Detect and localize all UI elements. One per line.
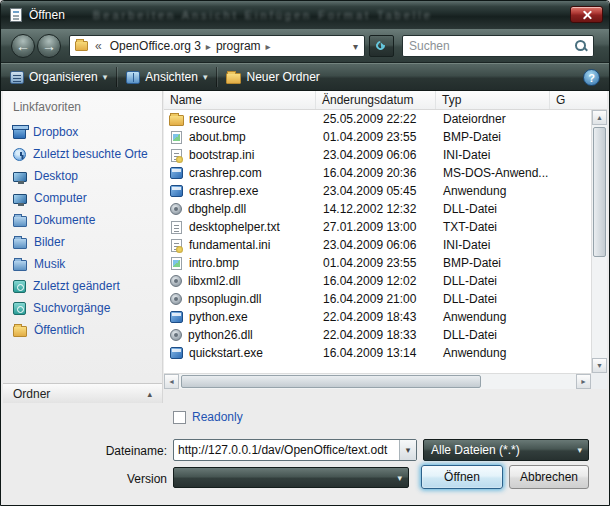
scroll-up-button[interactable]: ▲ <box>592 110 607 125</box>
table-row[interactable]: python26.dll 22.04.2009 18:33 DLL-Datei <box>164 326 591 344</box>
sidebar-item[interactable]: Zuletzt besuchte Orte <box>3 143 162 165</box>
table-row[interactable]: python.exe 22.04.2009 18:43 Anwendung <box>164 308 591 326</box>
back-button[interactable]: ← <box>11 34 35 58</box>
refresh-icon <box>374 39 387 52</box>
sidebar-item-icon <box>13 216 27 227</box>
search-input[interactable] <box>403 39 573 53</box>
organize-icon <box>10 71 24 84</box>
table-row[interactable]: npsoplugin.dll 16.04.2009 21:00 DLL-Date… <box>164 290 591 308</box>
close-icon <box>582 10 591 19</box>
sidebar-item-icon <box>13 172 27 182</box>
new-folder-button[interactable]: Neuer Ordner <box>217 64 328 90</box>
table-row[interactable]: fundamental.ini 23.04.2009 06:06 INI-Dat… <box>164 236 591 254</box>
version-combobox[interactable]: ▾ <box>173 467 409 488</box>
refresh-button[interactable] <box>369 35 394 57</box>
breadcrumb-dropdown-button[interactable]: ▾ <box>347 41 364 52</box>
filename-input[interactable] <box>174 440 399 460</box>
sidebar-item[interactable]: Desktop <box>3 165 162 187</box>
sidebar-item-label: Dropbox <box>33 125 78 139</box>
file-name-cell: npsoplugin.dll <box>164 292 316 306</box>
column-header[interactable]: Typ <box>436 91 550 109</box>
table-row[interactable]: quickstart.exe 16.04.2009 13:14 Anwendun… <box>164 344 591 362</box>
sidebar-item[interactable]: Zuletzt geändert <box>3 275 162 297</box>
version-label: Version <box>1 472 167 486</box>
sidebar-item[interactable]: Bilder <box>3 231 162 253</box>
chevron-down-icon: ▾ <box>103 72 108 82</box>
sidebar-item[interactable]: Öffentlich <box>3 319 162 341</box>
file-kind: DLL-Datei <box>436 274 550 288</box>
table-row[interactable]: crashrep.exe 23.04.2009 05:45 Anwendung <box>164 182 591 200</box>
table-row[interactable]: crashrep.com 16.04.2009 20:36 MS-DOS-Anw… <box>164 164 591 182</box>
column-header[interactable]: G <box>550 91 607 109</box>
column-header-label: G <box>556 93 565 107</box>
views-button[interactable]: Ansichten ▾ <box>117 64 216 90</box>
file-type-icon <box>171 131 182 144</box>
file-name: npsoplugin.dll <box>188 292 261 306</box>
sidebar-items: Dropbox Zuletzt besuchte Orte Desktop Co… <box>3 121 162 341</box>
organize-button[interactable]: Organisieren ▾ <box>1 64 116 90</box>
sidebar-item-icon <box>13 326 27 337</box>
cancel-button[interactable]: Abbrechen <box>509 465 589 489</box>
sidebar-item[interactable]: Dokumente <box>3 209 162 231</box>
readonly-label[interactable]: Readonly <box>192 410 243 424</box>
help-button[interactable]: ? <box>583 69 600 86</box>
sidebar-item[interactable]: Musik <box>3 253 162 275</box>
file-type-icon <box>170 203 182 215</box>
breadcrumb-overflow-button[interactable]: « <box>92 39 105 53</box>
sidebar-item-label: Dokumente <box>34 213 95 227</box>
open-button[interactable]: Öffnen <box>421 465 503 489</box>
vertical-scroll-thumb[interactable] <box>593 127 606 257</box>
scroll-left-button[interactable]: ◄ <box>164 374 179 389</box>
filetype-combobox[interactable]: Alle Dateien (*.*) ▾ <box>423 439 589 461</box>
scroll-down-button[interactable]: ▼ <box>592 358 607 373</box>
file-name-cell: libxml2.dll <box>164 274 316 288</box>
file-type-icon <box>170 293 182 305</box>
file-type-icon <box>171 149 182 162</box>
favorites-header: Linkfavoriten <box>3 91 162 121</box>
file-name-cell: about.bmp <box>164 130 316 145</box>
search-icon[interactable] <box>573 38 589 54</box>
column-header[interactable]: Name <box>164 91 316 109</box>
file-kind: DLL-Datei <box>436 202 550 216</box>
table-row[interactable]: libxml2.dll 16.04.2009 12:02 DLL-Datei <box>164 272 591 290</box>
sidebar-item-icon <box>13 302 26 315</box>
close-button[interactable] <box>570 6 603 23</box>
scroll-right-button[interactable]: ► <box>576 374 591 389</box>
sidebar-item-label: Zuletzt geändert <box>33 279 120 293</box>
titlebar[interactable]: Öffnen Bearbeiten Ansicht Einfügen Forma… <box>1 1 609 29</box>
column-header[interactable]: Änderungsdatum <box>316 91 436 109</box>
file-date: 27.01.2009 13:00 <box>316 220 436 234</box>
file-date: 14.12.2002 12:32 <box>316 202 436 216</box>
filename-dropdown-button[interactable]: ▾ <box>399 440 416 460</box>
views-icon <box>126 71 140 84</box>
chevron-up-icon: ▴ <box>147 389 152 399</box>
vertical-scrollbar[interactable]: ▲ ▼ <box>591 110 607 373</box>
breadcrumb-item-openoffice[interactable]: OpenOffice.org 3 <box>105 39 206 53</box>
file-type-icon <box>170 275 182 287</box>
file-date: 22.04.2009 18:33 <box>316 328 436 342</box>
sidebar-item[interactable]: Computer <box>3 187 162 209</box>
breadcrumb-item-program[interactable]: program <box>211 39 266 53</box>
search-box <box>402 35 594 57</box>
horizontal-scrollbar[interactable]: ◄ ► <box>164 373 591 389</box>
table-row[interactable]: dbghelp.dll 14.12.2002 12:32 DLL-Datei <box>164 200 591 218</box>
filename-combobox: ▾ <box>173 439 417 461</box>
table-row[interactable]: about.bmp 01.04.2009 23:55 BMP-Datei <box>164 128 591 146</box>
file-date: 16.04.2009 21:00 <box>316 292 436 306</box>
table-row[interactable]: desktophelper.txt 27.01.2009 13:00 TXT-D… <box>164 218 591 236</box>
horizontal-scroll-thumb[interactable] <box>181 375 481 388</box>
sidebar-item[interactable]: Suchvorgänge <box>3 297 162 319</box>
file-kind: Anwendung <box>436 346 550 360</box>
folders-expander[interactable]: Ordner ▴ <box>3 383 162 403</box>
readonly-checkbox[interactable] <box>173 411 186 424</box>
table-row[interactable]: intro.bmp 01.04.2009 23:55 BMP-Datei <box>164 254 591 272</box>
table-row[interactable]: bootstrap.ini 23.04.2009 06:06 INI-Datei <box>164 146 591 164</box>
breadcrumb-separator-icon[interactable]: ▸ <box>266 41 271 52</box>
background-window-text: Bearbeiten Ansicht Einfügen Format Tabel… <box>93 9 433 21</box>
breadcrumb[interactable]: « OpenOffice.org 3 ▸ program ▸ ▾ <box>69 35 365 57</box>
file-name: python26.dll <box>188 328 253 342</box>
table-row[interactable]: resource 25.05.2009 22:22 Dateiordner <box>164 110 591 128</box>
sidebar-item[interactable]: Dropbox <box>3 121 162 143</box>
forward-button[interactable]: → <box>37 34 61 58</box>
sidebar-item-label: Zuletzt besuchte Orte <box>33 147 148 161</box>
